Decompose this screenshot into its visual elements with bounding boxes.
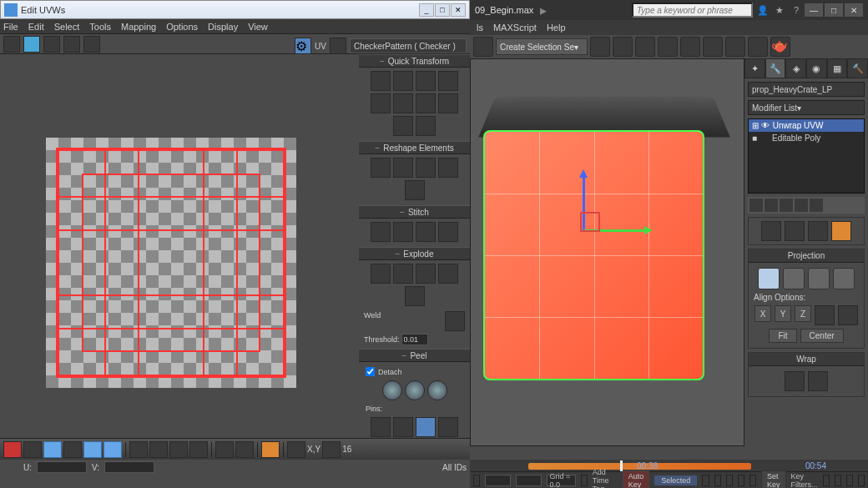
rotate-icon[interactable] (23, 36, 40, 53)
menu-edit[interactable]: Edit (28, 22, 44, 32)
menu-options[interactable]: Options (166, 22, 198, 32)
face-mode-icon[interactable] (43, 441, 62, 458)
add-time-tag[interactable]: Add Time Tag (593, 468, 613, 489)
zoom-icon[interactable] (823, 475, 830, 486)
split-icon[interactable] (438, 264, 458, 284)
create-tab[interactable]: ✦ (744, 58, 765, 78)
fit-icon[interactable] (393, 93, 413, 113)
display-tab[interactable]: ▦ (827, 58, 848, 78)
minimize-button[interactable]: _ (419, 3, 434, 17)
max-minimize-button[interactable]: — (805, 3, 823, 17)
curve-editor-icon[interactable] (658, 37, 678, 57)
wrap-header[interactable]: Wrap (749, 353, 864, 366)
pick-icon[interactable] (422, 461, 437, 473)
explode-icon[interactable] (416, 264, 436, 284)
poly-mode-icon[interactable] (83, 441, 102, 458)
edge-mode-icon[interactable] (23, 441, 42, 458)
close-button[interactable]: ✕ (451, 3, 466, 17)
options-icon[interactable]: ⚙ (295, 38, 311, 54)
menu-display[interactable]: Display (208, 22, 238, 32)
maximize-vp-icon[interactable] (858, 475, 865, 486)
reset-peel-icon[interactable] (427, 380, 447, 400)
align-y-button[interactable]: Y (775, 305, 791, 322)
fit-button[interactable]: Fit (769, 329, 796, 343)
remove-mod-icon[interactable] (795, 199, 808, 212)
lock-icon[interactable] (3, 461, 18, 473)
infocenter-icon[interactable]: 👤 (756, 3, 770, 17)
align-z-button[interactable]: Z (795, 305, 811, 322)
perspective-viewport[interactable] (470, 58, 744, 446)
max-close-button[interactable]: ✕ (845, 3, 863, 17)
threshold-input[interactable] (401, 334, 428, 345)
planar-map-icon[interactable] (758, 268, 780, 289)
material-editor-icon[interactable] (703, 37, 723, 57)
key-filters[interactable]: Key Filters... (791, 472, 818, 489)
loop-sel-icon[interactable] (189, 441, 208, 458)
tv-icon[interactable] (287, 441, 305, 458)
set-key-button[interactable]: Set Key (761, 470, 786, 489)
edit-uv-icon[interactable] (761, 221, 781, 241)
stitch-avg-icon[interactable] (416, 222, 436, 242)
unpin-icon[interactable] (393, 417, 413, 437)
orbit-icon[interactable] (846, 475, 853, 486)
element-mode-icon[interactable] (63, 441, 82, 458)
hierarchy-tab[interactable]: ◈ (785, 58, 806, 78)
quick-planar-icon[interactable] (808, 221, 828, 241)
detach-checkbox[interactable] (366, 367, 375, 376)
modify-tab[interactable]: 🔧 (765, 58, 786, 78)
layers-icon[interactable] (635, 37, 655, 57)
scale-icon[interactable] (43, 36, 60, 53)
flip-v-icon[interactable] (416, 71, 436, 91)
align-x-button[interactable]: X (754, 305, 771, 322)
grow-icon[interactable] (129, 441, 148, 458)
soft-sel-icon[interactable] (235, 441, 254, 458)
rotate-cw-icon[interactable] (438, 71, 458, 91)
linear-icon[interactable] (416, 158, 436, 178)
tweak-icon[interactable] (785, 221, 805, 241)
shrink-icon[interactable] (149, 441, 168, 458)
menu-help[interactable]: Help (547, 23, 566, 33)
stitch-src-icon[interactable] (393, 222, 413, 242)
pin-selected-icon[interactable] (416, 417, 436, 437)
spherical-map-icon[interactable] (808, 268, 830, 289)
menu-select[interactable]: Select (54, 22, 80, 32)
normalize-icon[interactable] (416, 116, 436, 136)
spline-map-icon[interactable] (785, 371, 805, 391)
mirror-tool-icon[interactable] (590, 37, 610, 57)
make-unique-icon[interactable] (780, 199, 793, 212)
menu-tools[interactable]: Tools (89, 22, 111, 32)
render-frame-icon[interactable] (748, 37, 768, 57)
crate-mesh[interactable] (475, 97, 742, 405)
v-field[interactable] (104, 461, 154, 473)
flip-h-icon[interactable] (393, 71, 413, 91)
quick-peel-icon[interactable] (382, 380, 402, 400)
reshape-header[interactable]: −Reshape Elements (359, 141, 470, 154)
align-tool-icon[interactable] (613, 37, 633, 57)
stitch-tgt-icon[interactable] (438, 222, 458, 242)
modifier-editable-poly[interactable]: ■Editable Poly (749, 132, 864, 144)
flatten-icon[interactable] (393, 264, 413, 284)
render-setup-icon[interactable] (725, 37, 745, 57)
cylindrical-map-icon[interactable] (783, 268, 805, 289)
selected-label[interactable]: Selected (654, 475, 697, 485)
stitch-icon[interactable] (371, 222, 391, 242)
modifier-unwrap-uvw[interactable]: ⊞ 👁Unwrap UVW (749, 119, 864, 132)
paint-icon[interactable] (215, 441, 234, 458)
best-align-icon[interactable] (838, 305, 858, 325)
pin-icon[interactable] (371, 417, 391, 437)
mirror-icon[interactable] (83, 36, 100, 53)
uv-selection-wireframe[interactable] (56, 148, 286, 378)
grid-snap-icon[interactable] (393, 116, 413, 136)
pin-stack-icon[interactable] (749, 199, 763, 212)
projection-header[interactable]: Projection (749, 249, 864, 263)
geom-icon[interactable] (322, 441, 341, 458)
star-icon[interactable]: ★ (773, 3, 786, 17)
grid-icon[interactable] (330, 38, 346, 54)
allids-label[interactable]: All IDs (442, 463, 467, 472)
relax-icon[interactable] (393, 158, 413, 178)
move-icon[interactable] (3, 36, 20, 53)
planar-icon[interactable] (261, 441, 280, 458)
straighten-icon[interactable] (371, 158, 391, 178)
uvw-titlebar[interactable]: Edit UVWs _ □ ✕ (0, 0, 470, 19)
uv-canvas[interactable] (0, 54, 359, 438)
